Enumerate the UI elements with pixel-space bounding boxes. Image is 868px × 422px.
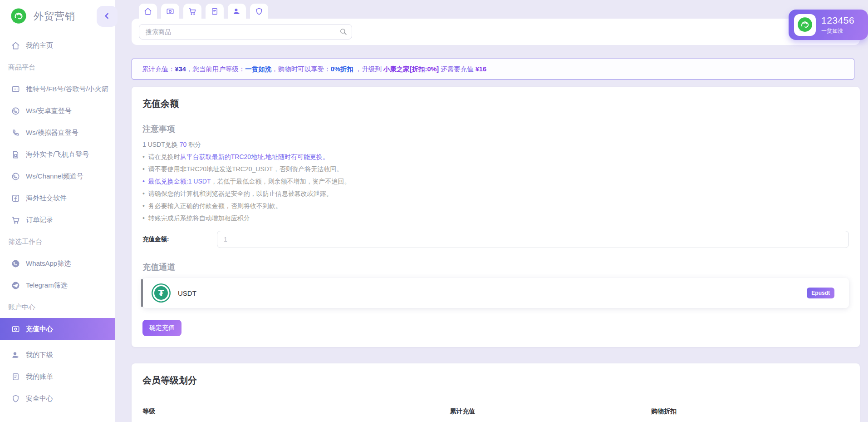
sidebar-item-label: 推特号/FB号/谷歌号/小火箭 [26,85,108,94]
main-area: 123456 一贫如洗 累计充值：¥34，您当前用户等级：一贫如洗，购物时可以享… [115,0,868,422]
sidebar-item-label: 我的主页 [26,41,53,50]
bullet-icon: • [142,214,147,222]
levels-table: 等级 累计充值 购物折扣 LV1一贫如洗¥00% [142,407,849,422]
note-text: 请在兑换时 [148,153,180,160]
note-item: • 务必要输入正确的付款金额，否则将收不到款。 [142,200,849,212]
sidebar-nav: 我的主页商品平台推特号/FB号/谷歌号/小火箭Ws/安卓直登号Ws/模拟器直登号… [0,33,115,409]
note-link[interactable]: 最低兑换金额:1 USDT [148,178,211,185]
recharge-level-alert: 累计充值：¥34，您当前用户等级：一贫如洗，购物时可以享受：0%折扣 ，升级到 … [132,59,854,79]
sidebar-item-label: 我的账单 [26,372,53,381]
avatar [794,14,816,36]
note-link[interactable]: 从平台获取最新的TRC20地址,地址随时有可能更换。 [180,153,329,160]
user-meta: 123456 一贫如洗 [821,15,854,35]
alert-text-segment: ，购物时可以享受： [271,65,331,74]
sidebar-item-label: 我的下级 [26,351,53,359]
document-icon [11,372,20,381]
sidebar-item-subordinates[interactable]: 我的下级 [0,344,115,366]
wallet-icon [11,324,20,333]
sim-icon [11,150,20,159]
notes-title: 注意事项 [142,124,849,134]
channel-badge: Epusdt [807,288,834,298]
sidebar-item-recharge-center[interactable]: 充值中心 [0,318,115,340]
alert-text-segment: 累计充值： [142,65,175,74]
sidebar-item-label: 安全中心 [26,394,53,403]
tab-subordinates[interactable] [228,4,246,22]
sidebar-item-overseas-social[interactable]: 海外社交软件 [0,187,115,209]
levels-table-header: 等级 累计充值 购物折扣 [142,407,849,416]
shield-icon [255,7,263,15]
note-text: 请不要使用非TRC20地址发送TRC20_USDT，否则资产将无法收回。 [148,165,343,173]
sidebar-item-label: 海外社交软件 [26,194,67,203]
phone-icon [11,128,20,137]
sidebar-item-home[interactable]: 我的主页 [0,35,115,56]
user-name: 123456 [821,15,854,26]
tab-security[interactable] [250,4,268,22]
sidebar-section-label: 账户中心 [0,296,115,318]
alert-text-segment: 小康之家[折扣:0%] [383,65,439,74]
note-text: ，若低于最低金额，则余额不增加，资产不追回。 [211,178,350,185]
sidebar-item-telegram-filter[interactable]: Telegram筛选 [0,274,115,296]
col-recharge: 累计充值 [450,407,651,416]
search-panel [132,19,860,45]
whatsapp-filled-icon [11,259,20,268]
quick-tabs [139,4,860,19]
avatar-logo-icon [796,16,814,34]
sidebar-item-label: 订单记录 [26,216,53,224]
channel-title: 充值通道 [142,262,849,273]
sidebar-header: 外贸营销 [0,0,115,33]
confirm-recharge-button[interactable]: 确定充值 [142,320,181,336]
sidebar-item-ws-channel[interactable]: Ws/Channel频道号 [0,165,115,187]
note-item: • 最低兑换金额:1 USDT，若低于最低金额，则余额不增加，资产不追回。 [142,175,849,188]
channel-option-usdt[interactable]: ₮ USDT Epusdt [142,278,849,308]
wallet-icon [166,7,174,15]
sidebar-item-label: WhatsApp筛选 [26,259,71,268]
alert-text-segment: 还需要充值 [439,65,476,74]
user-star-icon [233,7,241,15]
sidebar-collapse-button[interactable] [97,6,118,27]
bullet-icon: • [142,153,147,160]
app-logo-icon [9,7,28,26]
alert-text-segment: ¥34 [175,65,186,73]
user-badge[interactable]: 123456 一贫如洗 [789,10,868,40]
note-text: 务必要输入正确的付款金额，否则将收不到款。 [148,202,282,209]
cart-icon [11,215,20,224]
note-text: 转账完成后系统将自动增加相应积分 [148,214,250,222]
chevron-left-icon [103,11,112,22]
bullet-icon: • [142,165,147,173]
search-input[interactable] [139,24,352,40]
amount-label: 充值金额: [142,235,217,243]
bullet-icon: • [142,202,147,209]
sidebar-item-bills[interactable]: 我的账单 [0,366,115,387]
alert-text-segment: ¥16 [476,65,486,73]
telegram-icon [11,281,20,290]
sidebar-item-security-center[interactable]: 安全中心 [0,387,115,409]
recharge-card: 充值余额 注意事项 1 USDT兑换 70 积分 • 请在兑换时从平台获取最新的… [132,87,860,347]
amount-input[interactable] [217,231,849,248]
sidebar-item-ws-emulator[interactable]: Ws/模拟器直登号 [0,122,115,144]
sidebar-section-label: 筛选工作台 [0,231,115,253]
sidebar-item-label: Ws/安卓直登号 [26,107,72,115]
user-level: 一贫如洗 [821,27,854,35]
sidebar: 外贸营销 我的主页商品平台推特号/FB号/谷歌号/小火箭Ws/安卓直登号Ws/模… [0,0,115,422]
tab-recharge[interactable] [161,4,179,22]
tether-icon: ₮ [152,283,171,303]
exchange-value: 70 [180,141,187,148]
amount-row: 充值金额: [142,231,849,248]
facebook-icon [11,194,20,203]
cart-icon [188,7,196,15]
tab-bills[interactable] [206,4,224,22]
whatsapp-icon [11,172,20,181]
notes-list: • 请在兑换时从平台获取最新的TRC20地址,地址随时有可能更换。• 请不要使用… [142,151,849,224]
search-icon[interactable] [339,28,347,35]
note-item: • 请确保您的计算机和浏览器是安全的，以防止信息被篡改或泄露。 [142,188,849,200]
sidebar-item-overseas-sim[interactable]: 海外实卡/飞机直登号 [0,144,115,165]
member-levels-card: 会员等级划分 等级 累计充值 购物折扣 LV1一贫如洗¥00% [132,363,860,422]
sidebar-item-social-accounts[interactable]: 推特号/FB号/谷歌号/小火箭 [0,78,115,100]
tab-home[interactable] [139,4,157,22]
chat-icon [11,84,20,94]
exchange-suffix: 积分 [186,141,201,148]
tab-orders[interactable] [183,4,201,22]
sidebar-item-ws-android[interactable]: Ws/安卓直登号 [0,100,115,122]
sidebar-item-whatsapp-filter[interactable]: WhatsApp筛选 [0,253,115,274]
sidebar-item-order-history[interactable]: 订单记录 [0,209,115,231]
